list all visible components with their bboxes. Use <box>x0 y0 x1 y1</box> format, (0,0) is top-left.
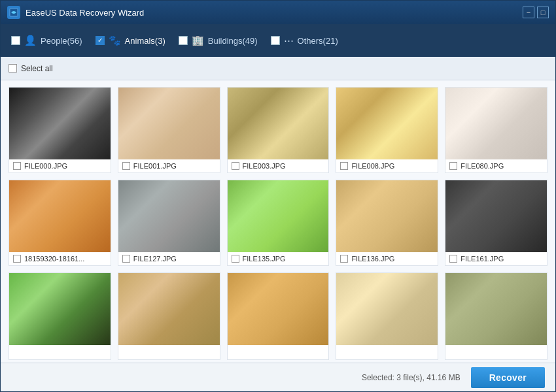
photo-thumb-1 <box>118 88 220 159</box>
photo-label-7: FILE135.JPG <box>228 252 329 265</box>
minimize-button[interactable]: − <box>523 7 534 18</box>
photo-svg-10 <box>9 273 111 345</box>
photo-checkbox-4[interactable] <box>449 162 457 170</box>
photo-filename-2: FILE003.JPG <box>243 162 286 170</box>
status-bar: Selected: 3 file(s), 41.16 MB Recover <box>1 363 555 391</box>
photo-svg-11 <box>118 273 220 345</box>
category-icon-people: 👤 <box>24 35 37 46</box>
photo-item-6[interactable]: FILE127.JPG <box>118 180 220 266</box>
photo-label-9: FILE161.JPG <box>445 252 547 265</box>
photo-checkbox-3[interactable] <box>340 162 348 170</box>
photo-item-4[interactable]: FILE080.JPG <box>445 87 547 173</box>
photo-filename-0: FILE000.JPG <box>24 162 67 170</box>
category-icon-animals: 🐾 <box>109 35 121 46</box>
category-checkbox-people[interactable] <box>11 36 20 45</box>
recover-button[interactable]: Recover <box>471 367 545 388</box>
photo-item-9[interactable]: FILE161.JPG <box>445 180 547 266</box>
category-label-animals: Animals(3) <box>125 36 165 46</box>
photo-label-empty-11 <box>118 345 220 359</box>
photo-label-empty-12 <box>228 345 329 359</box>
photo-label-4: FILE080.JPG <box>445 159 547 172</box>
photo-grid: FILE000.JPGFILE001.JPGFILE003.JPGFILE008… <box>9 87 547 360</box>
photo-filename-9: FILE161.JPG <box>460 255 504 263</box>
photo-checkbox-6[interactable] <box>122 255 130 263</box>
photo-svg-14 <box>445 273 547 345</box>
photo-thumb-10 <box>9 273 111 345</box>
photo-label-empty-14 <box>445 345 547 359</box>
category-item-people[interactable]: 👤People(56) <box>11 35 82 46</box>
title-bar: EaseUS Data Recovery Wizard − □ <box>1 1 555 24</box>
photo-item-1[interactable]: FILE001.JPG <box>118 87 220 173</box>
photo-label-3: FILE008.JPG <box>336 159 438 172</box>
photo-label-empty-10 <box>9 345 111 359</box>
category-label-others: Others(21) <box>298 36 338 46</box>
photo-label-2: FILE003.JPG <box>228 159 329 172</box>
photo-label-1: FILE001.JPG <box>118 159 220 172</box>
photo-checkbox-1[interactable] <box>122 162 130 170</box>
photo-label-8: FILE136.JPG <box>336 252 438 265</box>
photo-item-5[interactable]: 18159320-18161... <box>9 180 111 266</box>
photo-checkbox-8[interactable] <box>340 255 348 263</box>
select-all-checkbox[interactable] <box>9 64 17 73</box>
photo-checkbox-0[interactable] <box>13 162 21 170</box>
photo-thumb-7 <box>228 180 329 252</box>
photo-item-14[interactable] <box>445 272 547 360</box>
photo-thumb-2 <box>228 88 329 159</box>
photo-filename-8: FILE136.JPG <box>351 255 394 263</box>
photo-svg-13 <box>336 273 438 345</box>
photo-thumb-12 <box>228 273 329 345</box>
photo-svg-7 <box>228 180 329 252</box>
category-label-buildings: Buildings(49) <box>208 36 258 46</box>
photo-item-11[interactable] <box>118 272 220 360</box>
photo-item-10[interactable] <box>9 272 111 360</box>
category-checkbox-buildings[interactable] <box>179 36 188 45</box>
photo-label-empty-13 <box>336 345 438 359</box>
photo-item-2[interactable]: FILE003.JPG <box>227 87 330 173</box>
category-bar: 👤People(56)🐾Animals(3)🏢Buildings(49)⋯Oth… <box>1 24 555 57</box>
window-controls: − □ <box>523 7 549 18</box>
category-label-people: People(56) <box>41 36 82 46</box>
photo-svg-2 <box>228 88 329 159</box>
photo-item-0[interactable]: FILE000.JPG <box>9 87 111 173</box>
photo-thumb-3 <box>336 88 438 159</box>
photo-label-6: FILE127.JPG <box>118 252 220 265</box>
photo-filename-3: FILE008.JPG <box>351 162 394 170</box>
photo-svg-1 <box>118 88 220 159</box>
photo-thumb-0 <box>9 88 111 159</box>
photo-item-12[interactable] <box>227 272 330 360</box>
app-title: EaseUS Data Recovery Wizard <box>26 8 523 18</box>
photo-thumb-5 <box>9 180 111 252</box>
photo-checkbox-9[interactable] <box>449 255 457 263</box>
select-all-row: Select all <box>9 64 53 73</box>
photo-thumb-13 <box>336 273 438 345</box>
photo-thumb-6 <box>118 180 220 252</box>
photo-checkbox-7[interactable] <box>232 255 239 263</box>
photo-item-8[interactable]: FILE136.JPG <box>336 180 438 266</box>
category-item-animals[interactable]: 🐾Animals(3) <box>96 35 165 46</box>
content-area[interactable]: FILE000.JPGFILE001.JPGFILE003.JPGFILE008… <box>1 80 555 363</box>
photo-filename-5: 18159320-18161... <box>24 255 84 263</box>
category-checkbox-others[interactable] <box>271 36 280 45</box>
category-checkbox-animals[interactable] <box>96 36 105 45</box>
photo-label-5: 18159320-18161... <box>9 252 111 265</box>
category-icon-others: ⋯ <box>284 35 294 46</box>
photo-svg-8 <box>336 180 438 252</box>
photo-checkbox-5[interactable] <box>13 255 21 263</box>
app-icon <box>7 6 20 19</box>
maximize-button[interactable]: □ <box>537 7 549 18</box>
photo-svg-4 <box>445 88 547 159</box>
category-item-buildings[interactable]: 🏢Buildings(49) <box>179 35 258 46</box>
photo-thumb-9 <box>445 180 547 252</box>
photo-checkbox-2[interactable] <box>232 162 239 170</box>
photo-item-13[interactable] <box>336 272 438 360</box>
photo-item-3[interactable]: FILE008.JPG <box>336 87 438 173</box>
photo-filename-1: FILE001.JPG <box>133 162 177 170</box>
photo-filename-4: FILE080.JPG <box>460 162 504 170</box>
photo-svg-12 <box>228 273 329 345</box>
photo-thumb-4 <box>445 88 547 159</box>
photo-item-7[interactable]: FILE135.JPG <box>227 180 330 266</box>
photo-svg-9 <box>445 180 547 252</box>
category-item-others[interactable]: ⋯Others(21) <box>271 35 338 46</box>
photo-filename-7: FILE135.JPG <box>243 255 286 263</box>
toolbar: Select all <box>1 57 555 80</box>
